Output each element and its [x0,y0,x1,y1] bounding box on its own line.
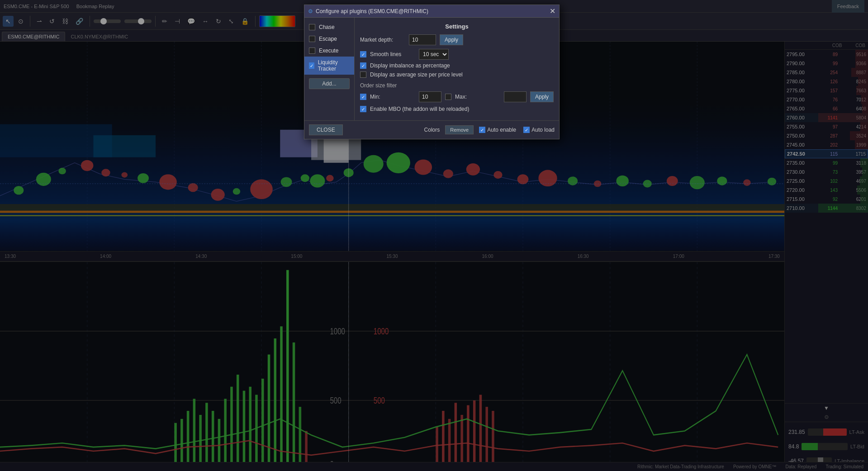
enable-mbo-checkbox[interactable] [360,106,366,112]
plugin-item-liquidity-tracker[interactable]: Liquidity Tracker [304,57,354,75]
market-depth-label: Market depth: [360,37,405,43]
display-avg-checkbox[interactable] [360,71,366,78]
market-depth-apply-button[interactable]: Apply [440,34,463,45]
dialog-body: Chase Escape Execute Liquidity Tracker A… [304,18,559,120]
max-label: Max: [455,94,500,100]
smooth-lines-select[interactable]: 10 sec 5 sec 30 sec [419,49,449,60]
execute-label: Execute [319,48,338,54]
enable-mbo-row: Enable MBO (the addon will be reloaded) [360,106,554,112]
display-imbalance-row: Display imbalance as percentage [360,62,554,69]
display-avg-label: Display as average size per price level [370,71,463,78]
auto-enable-item: Auto enable [479,127,516,133]
settings-title: Settings [360,23,554,30]
dialog-title-text: ⚙ Configure api plugins (ESM0.CME@RITHMI… [308,8,428,14]
dialog-close-button[interactable]: ✕ [550,7,555,15]
chase-checkbox[interactable] [309,24,315,30]
escape-checkbox[interactable] [309,36,315,42]
dialog-footer: CLOSE Colors Remove Auto enable Auto loa… [304,120,559,139]
liquidity-tracker-checkbox[interactable] [309,62,314,69]
footer-checkboxes: Auto enable Auto load [479,127,555,133]
min-label: Min: [370,94,415,100]
footer-colors: Colors Remove Auto enable Auto load [424,125,555,134]
display-imbalance-checkbox[interactable] [360,62,366,69]
auto-load-checkbox[interactable] [523,127,530,133]
plugin-item-escape[interactable]: Escape [304,33,354,45]
market-depth-row: Market depth: Apply [360,34,554,45]
chase-label: Chase [319,24,335,30]
plugin-settings: Settings Market depth: Apply Smooth line… [355,18,559,120]
max-input[interactable] [504,91,526,102]
smooth-lines-label: Smooth lines [370,51,415,57]
smooth-lines-checkbox[interactable] [360,51,366,57]
auto-enable-label: Auto enable [487,127,516,133]
colors-label: Colors [424,127,440,133]
dialog-title-label: Configure api plugins (ESM0.CME@RITHMIC) [316,8,428,14]
smooth-lines-row: Smooth lines 10 sec 5 sec 30 sec [360,49,554,60]
order-size-filter-title: Order size filter [360,82,554,89]
min-input[interactable] [419,91,441,102]
plugin-list: Chase Escape Execute Liquidity Tracker A… [304,18,355,120]
plugin-item-chase[interactable]: Chase [304,21,354,33]
dialog-title-bar: ⚙ Configure api plugins (ESM0.CME@RITHMI… [304,5,559,18]
footer-left: CLOSE [309,124,343,135]
liquidity-tracker-label: Liquidity Tracker [318,59,350,72]
dialog-icon: ⚙ [308,8,313,14]
plugin-item-execute[interactable]: Execute [304,45,354,57]
configure-dialog: ⚙ Configure api plugins (ESM0.CME@RITHMI… [304,5,560,139]
min-checkbox[interactable] [360,94,366,100]
escape-label: Escape [319,36,337,42]
enable-mbo-label: Enable MBO (the addon will be reloaded) [370,106,469,112]
auto-load-item: Auto load [523,127,555,133]
auto-enable-checkbox[interactable] [479,127,485,133]
close-button[interactable]: CLOSE [309,124,343,135]
auto-load-label: Auto load [531,127,555,133]
order-size-apply-button[interactable]: Apply [530,91,554,102]
remove-button[interactable]: Remove [445,125,474,134]
max-checkbox[interactable] [445,94,451,100]
execute-checkbox[interactable] [309,48,315,54]
add-plugin-button[interactable]: Add... [309,78,350,89]
display-avg-row: Display as average size per price level [360,71,554,78]
display-imbalance-label: Display imbalance as percentage [370,62,450,69]
market-depth-input[interactable] [409,34,436,45]
order-size-filter-row: Min: Max: Apply [360,91,554,102]
